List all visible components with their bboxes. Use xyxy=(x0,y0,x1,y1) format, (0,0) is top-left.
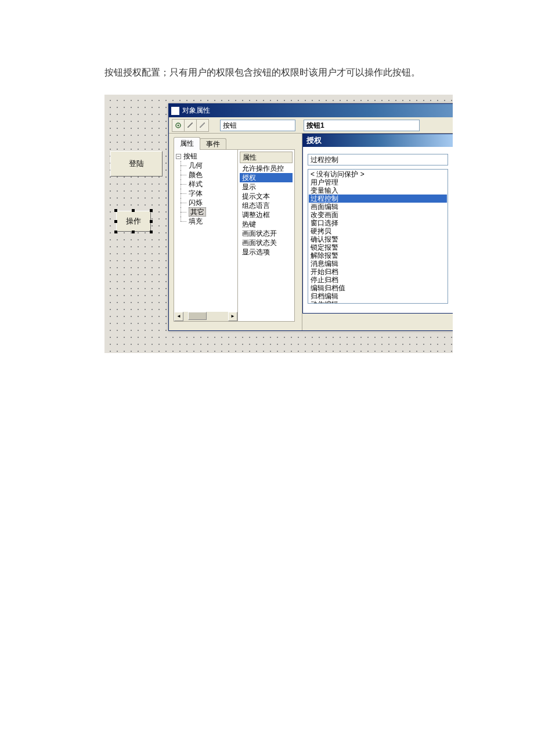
auth-edit-archive-val[interactable]: 编辑归档值 xyxy=(309,284,447,292)
pin-icon[interactable] xyxy=(172,119,185,132)
tree-item-color[interactable]: 颜色 xyxy=(176,170,236,179)
dialog-icon xyxy=(171,107,179,115)
tab-properties[interactable]: 属性 xyxy=(174,137,200,150)
auth-stop-archive[interactable]: 停止归档 xyxy=(309,276,447,284)
tree-item-fill[interactable]: 填充 xyxy=(176,217,236,226)
auth-var-input[interactable]: 变量输入 xyxy=(309,186,447,195)
prop-screen-on[interactable]: 画面状态开 xyxy=(240,229,293,238)
auth-hardcopy[interactable]: 硬拷贝 xyxy=(309,227,447,235)
auth-msg-edit[interactable]: 消息编辑 xyxy=(309,260,447,268)
selection-handle[interactable] xyxy=(114,220,117,223)
selection-handle[interactable] xyxy=(114,209,117,212)
dropdown-listbox[interactable]: < 没有访问保护 > 用户管理 变量输入 过程控制 画面编辑 改变画面 窗口选择… xyxy=(308,169,448,304)
page-caption: 按钮授权配置；只有用户的权限包含按钮的权限时该用户才可以操作此按钮。 xyxy=(0,0,534,79)
right-pane: 授权 过程控制 < 没有访问保护 > 用户管理 变量输入 过程控制 画面编辑 改… xyxy=(302,134,453,330)
prop-allow-operator[interactable]: 允许操作员控 xyxy=(240,164,293,173)
authorization-dropdown: 授权 过程控制 < 没有访问保护 > 用户管理 变量输入 过程控制 画面编辑 改… xyxy=(302,134,453,314)
prop-tooltip-text[interactable]: 提示文本 xyxy=(240,192,293,201)
svg-point-1 xyxy=(178,124,179,126)
object-properties-dialog: 对象属性 ? 按钮 按钮1 属性 事件 xyxy=(168,103,453,331)
tree-item-geometry[interactable]: 几何 xyxy=(176,161,236,170)
prop-authorization[interactable]: 授权 xyxy=(240,173,293,182)
auth-lock-alarm[interactable]: 锁定报警 xyxy=(309,243,447,251)
dialog-toolbar: 按钮 按钮1 xyxy=(169,117,453,134)
tree-item-font[interactable]: 字体 xyxy=(176,189,236,198)
object-name-field[interactable]: 按钮1 xyxy=(304,120,420,131)
scroll-track[interactable] xyxy=(183,312,228,321)
canvas-login-button[interactable]: 登陆 xyxy=(110,151,163,177)
auth-action-edit[interactable]: 动作编辑 xyxy=(309,300,447,304)
scroll-left-icon[interactable]: ◄ xyxy=(174,312,183,321)
tab-events[interactable]: 事件 xyxy=(200,138,226,150)
left-pane: 属性 事件 − 按钮 几何 颜色 样式 字体 闪烁 其它 xyxy=(169,134,302,330)
dropdown-current-value[interactable]: 过程控制 xyxy=(308,154,448,165)
dropdown-title: 授权 xyxy=(303,134,453,147)
tree-item-style[interactable]: 样式 xyxy=(176,179,236,189)
tree-root-item[interactable]: − 按钮 xyxy=(176,152,236,161)
tree-item-other[interactable]: 其它 xyxy=(176,207,236,217)
auth-confirm-alarm[interactable]: 确认报警 xyxy=(309,235,447,243)
eyedropper2-icon[interactable] xyxy=(196,119,209,132)
auth-archive-edit[interactable]: 归档编辑 xyxy=(309,292,447,300)
auth-unlock-alarm[interactable]: 解除报警 xyxy=(309,251,447,260)
tree-hscrollbar[interactable]: ◄ ► xyxy=(174,312,237,321)
prop-display-options[interactable]: 显示选项 xyxy=(240,247,293,257)
tab-strip: 属性 事件 xyxy=(174,137,298,150)
auth-screen-edit[interactable]: 画面编辑 xyxy=(309,203,447,211)
auth-process-control[interactable]: 过程控制 xyxy=(309,195,447,203)
tree-item-blink[interactable]: 闪烁 xyxy=(176,198,236,207)
prop-screen-off[interactable]: 画面状态关 xyxy=(240,238,293,247)
dialog-titlebar[interactable]: 对象属性 ? xyxy=(169,104,453,117)
scroll-thumb[interactable] xyxy=(188,312,207,320)
eyedropper-icon[interactable] xyxy=(184,119,197,132)
auth-none[interactable]: < 没有访问保护 > xyxy=(309,170,447,178)
selection-handle[interactable] xyxy=(150,220,153,223)
auth-window-select[interactable]: 窗口选择 xyxy=(309,219,447,227)
editor-canvas[interactable]: 登陆 操作 对象属性 ? 按钮 按钮1 xyxy=(104,95,453,353)
object-type-field: 按钮 xyxy=(220,120,295,131)
selection-handle[interactable] xyxy=(150,209,153,212)
tab-body: − 按钮 几何 颜色 样式 字体 闪烁 其它 填充 ◄ ► xyxy=(174,149,295,322)
selection-handle[interactable] xyxy=(114,231,117,233)
auth-change-screen[interactable]: 改变画面 xyxy=(309,211,447,219)
auth-start-archive[interactable]: 开始归档 xyxy=(309,268,447,276)
prop-config-language[interactable]: 组态语言 xyxy=(240,201,293,210)
dialog-title-text: 对象属性 xyxy=(182,106,210,116)
auth-user-mgmt[interactable]: 用户管理 xyxy=(309,178,447,186)
prop-adjust-border[interactable]: 调整边框 xyxy=(240,210,293,219)
canvas-operate-button[interactable]: 操作 xyxy=(116,211,151,232)
property-list[interactable]: 属性 允许操作员控 授权 显示 提示文本 组态语言 调整边框 热键 画面状态开 … xyxy=(238,150,294,321)
dialog-body: 属性 事件 − 按钮 几何 颜色 样式 字体 闪烁 其它 xyxy=(169,134,453,330)
selection-handle[interactable] xyxy=(132,209,135,212)
property-tree[interactable]: − 按钮 几何 颜色 样式 字体 闪烁 其它 填充 ◄ ► xyxy=(174,150,238,321)
prop-display[interactable]: 显示 xyxy=(240,182,293,192)
scroll-right-icon[interactable]: ► xyxy=(228,312,237,321)
selection-handle[interactable] xyxy=(132,231,135,233)
tree-collapse-icon[interactable]: − xyxy=(176,154,181,159)
selection-handle[interactable] xyxy=(150,231,153,233)
prop-hotkey[interactable]: 热键 xyxy=(240,219,293,229)
property-list-header: 属性 xyxy=(240,152,293,163)
tree-root-label: 按钮 xyxy=(183,152,197,161)
